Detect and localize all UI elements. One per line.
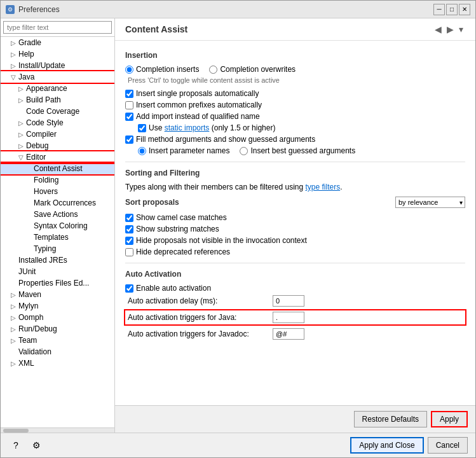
scrollbar-thumb[interactable] — [3, 429, 29, 433]
cb-insert-single[interactable]: Insert single proposals automatically — [125, 89, 465, 98]
sidebar-scrollbar — [1, 427, 114, 433]
cb-static-imports[interactable]: Use static imports (only 1.5 or higher) — [125, 123, 465, 132]
filter-input[interactable] — [3, 21, 112, 34]
sidebar-item-mark-occurrences[interactable]: Mark Occurrences — [1, 197, 114, 209]
title-bar: ⚙ Preferences ─ □ ✕ — [1, 1, 475, 18]
sidebar-item-validation[interactable]: Validation — [1, 346, 114, 357]
sidebar-item-gradle[interactable]: ▷ Gradle — [1, 37, 114, 48]
radio-completion-overwrites[interactable]: Completion overwrites — [209, 65, 296, 74]
sidebar-item-templates[interactable]: Templates — [1, 232, 114, 243]
javadoc-triggers-input[interactable] — [273, 328, 304, 340]
cb-camel-case[interactable]: Show camel case matches — [125, 213, 465, 222]
sidebar: ▷ Gradle ▷ Help ▷ Install/Update ▽ Java — [1, 18, 115, 433]
nav-arrows: ◀ ▶ ▾ — [433, 24, 465, 35]
apply-close-button[interactable]: Apply and Close — [350, 437, 423, 454]
settings-icon-button[interactable]: ⚙ — [29, 438, 44, 453]
sidebar-item-properties-files[interactable]: Properties Files Ed... — [1, 277, 114, 289]
maximize-button[interactable]: □ — [446, 4, 458, 15]
expand-arrow-icon: ▽ — [11, 74, 18, 81]
sidebar-item-editor[interactable]: ▽ Editor — [1, 151, 114, 163]
cb-fill-method[interactable]: Fill method arguments and show guessed a… — [125, 135, 465, 144]
cb-insert-prefixes-input[interactable] — [125, 101, 133, 109]
radio-best-guessed[interactable]: Insert best guessed arguments — [240, 146, 355, 155]
radio-best-guessed-input[interactable] — [240, 147, 248, 155]
cb-add-import[interactable]: Add import instead of qualified name — [125, 112, 465, 121]
sidebar-label-install-update: Install/Update — [18, 61, 65, 70]
sidebar-item-save-actions[interactable]: Save Actions — [1, 209, 114, 220]
bottom-buttons: Restore Defaults Apply — [115, 405, 475, 433]
radio-completion-inserts-input[interactable] — [125, 66, 133, 74]
sidebar-label-oomph: Oomph — [18, 313, 43, 322]
radio-best-guessed-label: Insert best guessed arguments — [250, 146, 355, 155]
sidebar-item-install-update[interactable]: ▷ Install/Update — [1, 60, 114, 71]
expand-arrow-icon: ▽ — [18, 154, 26, 161]
main-content: Insertion Completion inserts Completion … — [115, 41, 475, 405]
arrow-icon: ▷ — [11, 314, 18, 321]
delay-input[interactable] — [273, 295, 304, 307]
sidebar-item-syntax-coloring[interactable]: Syntax Coloring — [1, 220, 114, 232]
sidebar-item-code-coverage[interactable]: Code Coverage — [1, 106, 114, 117]
sidebar-item-maven[interactable]: ▷ Maven — [1, 289, 114, 300]
sidebar-item-help[interactable]: ▷ Help — [1, 48, 114, 60]
sort-select[interactable]: by relevance — [395, 197, 465, 208]
sidebar-item-xml[interactable]: ▷ XML — [1, 357, 114, 369]
minimize-button[interactable]: ─ — [433, 4, 445, 15]
help-icon-button[interactable]: ? — [8, 438, 24, 453]
cb-static-imports-input[interactable] — [138, 124, 146, 132]
cb-fill-method-input[interactable] — [125, 135, 133, 144]
cb-camel-case-label: Show camel case matches — [136, 213, 227, 222]
cb-insert-single-input[interactable] — [125, 90, 133, 98]
sidebar-item-build-path[interactable]: ▷ Build Path — [1, 94, 114, 106]
cb-substring-input[interactable] — [125, 225, 133, 233]
app-icon: ⚙ — [6, 5, 15, 14]
insertion-section-title: Insertion — [125, 51, 465, 60]
cb-insert-single-label: Insert single proposals automatically — [136, 89, 259, 98]
cb-substring[interactable]: Show substring matches — [125, 225, 465, 233]
filter-box — [1, 18, 114, 37]
cb-camel-case-input[interactable] — [125, 214, 133, 222]
radio-completion-inserts[interactable]: Completion inserts — [125, 65, 199, 74]
cb-enable-auto-input[interactable] — [125, 284, 133, 293]
radio-completion-overwrites-input[interactable] — [209, 66, 217, 74]
sidebar-item-team[interactable]: ▷ Team — [1, 335, 114, 346]
sidebar-item-java[interactable]: ▽ Java — [1, 71, 114, 83]
cancel-button[interactable]: Cancel — [428, 437, 468, 454]
sidebar-item-code-style[interactable]: ▷ Code Style — [1, 117, 114, 128]
insertion-radio-group: Completion inserts Completion overwrites — [125, 65, 465, 74]
cb-hide-deprecated[interactable]: Hide deprecated references — [125, 247, 465, 256]
param-radio-group: Insert parameter names Insert best guess… — [125, 146, 465, 155]
cb-hide-deprecated-input[interactable] — [125, 248, 133, 256]
sidebar-item-hovers[interactable]: Hovers — [1, 186, 114, 197]
cb-hide-not-visible-input[interactable] — [125, 237, 133, 245]
sidebar-item-typing[interactable]: Typing — [1, 243, 114, 254]
static-imports-link[interactable]: static imports — [165, 123, 210, 132]
sidebar-label-syntax-coloring: Syntax Coloring — [34, 221, 88, 230]
nav-down-button[interactable]: ▾ — [457, 24, 465, 35]
radio-param-names-input[interactable] — [138, 147, 146, 155]
cb-insert-prefixes[interactable]: Insert common prefixes automatically — [125, 101, 465, 109]
cb-add-import-input[interactable] — [125, 113, 133, 121]
nav-forward-button[interactable]: ▶ — [445, 24, 456, 35]
sidebar-item-oomph[interactable]: ▷ Oomph — [1, 312, 114, 323]
java-triggers-input[interactable] — [273, 312, 304, 323]
sidebar-label-code-coverage: Code Coverage — [26, 107, 79, 116]
sidebar-item-appearance[interactable]: ▷ Appearance — [1, 83, 114, 94]
sidebar-item-run-debug[interactable]: ▷ Run/Debug — [1, 323, 114, 335]
close-button[interactable]: ✕ — [459, 4, 470, 15]
cb-hide-not-visible[interactable]: Hide proposals not visible in the invoca… — [125, 236, 465, 245]
preferences-window: ⚙ Preferences ─ □ ✕ ▷ Gradle ▷ — [0, 0, 476, 458]
type-filters-link[interactable]: type filters — [305, 183, 340, 191]
sidebar-item-mylyn[interactable]: ▷ Mylyn — [1, 300, 114, 312]
sidebar-item-installed-jres[interactable]: Installed JREs — [1, 254, 114, 266]
sidebar-item-content-assist[interactable]: Content Assist — [1, 163, 114, 174]
sidebar-item-junit[interactable]: JUnit — [1, 266, 114, 277]
sidebar-item-compiler[interactable]: ▷ Compiler — [1, 128, 114, 140]
sidebar-item-debug[interactable]: ▷ Debug — [1, 140, 114, 151]
sidebar-label-installed-jres: Installed JREs — [18, 256, 67, 265]
nav-back-button[interactable]: ◀ — [433, 24, 444, 35]
restore-defaults-button[interactable]: Restore Defaults — [354, 411, 427, 427]
apply-button[interactable]: Apply — [431, 411, 468, 427]
radio-param-names[interactable]: Insert parameter names — [138, 146, 229, 155]
cb-enable-auto[interactable]: Enable auto activation — [125, 284, 465, 293]
sidebar-item-folding[interactable]: Folding — [1, 174, 114, 186]
